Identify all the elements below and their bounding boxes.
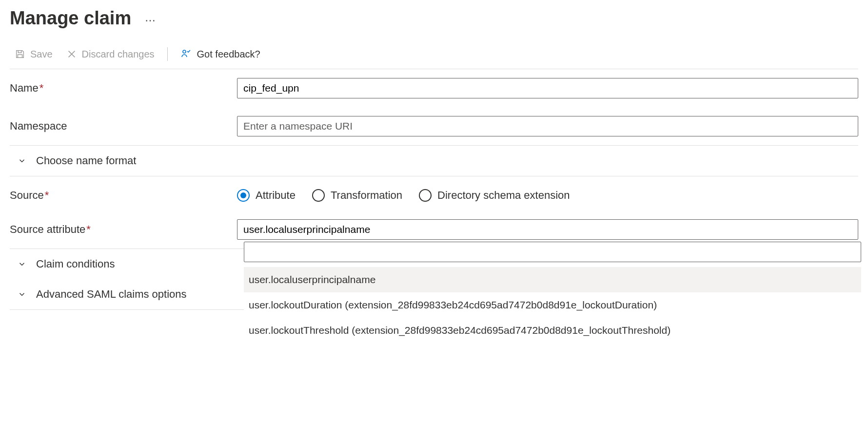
more-options-button[interactable]: ⋯ <box>145 11 157 26</box>
source-radio-transformation[interactable]: Transformation <box>312 189 402 202</box>
name-label: Name <box>10 82 39 95</box>
radio-unselected-icon <box>419 189 432 202</box>
namespace-input[interactable] <box>237 116 858 136</box>
required-indicator: * <box>39 82 44 95</box>
toolbar-separator <box>167 47 168 61</box>
discard-label: Discard changes <box>82 49 155 60</box>
namespace-label: Namespace <box>10 120 67 133</box>
page-title: Manage claim <box>10 8 131 29</box>
radio-unselected-icon <box>312 189 325 202</box>
save-label: Save <box>30 49 53 60</box>
source-attribute-dropdown[interactable]: user.localuserprincipalname <box>237 219 858 240</box>
choose-name-format-toggle[interactable]: Choose name format <box>10 154 858 167</box>
dropdown-panel: user.localuserprincipalname user.lockout… <box>244 242 861 343</box>
radio-label-attribute: Attribute <box>256 189 296 202</box>
feedback-label: Got feedback? <box>197 49 260 60</box>
feedback-button[interactable]: Got feedback? <box>176 46 265 62</box>
chevron-down-icon <box>18 260 26 268</box>
chevron-down-icon <box>18 156 26 165</box>
radio-label-extension: Directory schema extension <box>437 189 570 202</box>
source-radio-extension[interactable]: Directory schema extension <box>419 189 570 202</box>
discard-button[interactable]: Discard changes <box>61 47 159 62</box>
dropdown-item[interactable]: user.localuserprincipalname <box>244 267 861 292</box>
dropdown-search-input[interactable] <box>244 242 861 262</box>
save-button[interactable]: Save <box>10 47 58 62</box>
dropdown-item[interactable]: user.lockoutThreshold (extension_28fd998… <box>244 318 861 343</box>
close-icon <box>66 49 77 59</box>
source-label: Source <box>10 189 44 202</box>
chevron-down-icon <box>18 290 26 299</box>
choose-name-format-label: Choose name format <box>36 154 136 167</box>
source-attribute-label: Source attribute <box>10 223 85 236</box>
name-input[interactable] <box>237 78 858 98</box>
source-radio-group: Attribute Transformation Directory schem… <box>237 189 858 202</box>
source-radio-attribute[interactable]: Attribute <box>237 189 296 202</box>
save-icon <box>15 49 25 59</box>
advanced-saml-label: Advanced SAML claims options <box>36 288 187 301</box>
dropdown-item[interactable]: user.lockoutDuration (extension_28fd9983… <box>244 292 861 318</box>
toolbar: Save Discard changes Got feedback? <box>10 40 858 69</box>
claim-conditions-label: Claim conditions <box>36 258 115 270</box>
radio-selected-icon <box>237 189 250 202</box>
svg-point-0 <box>183 50 186 53</box>
required-indicator: * <box>86 223 91 236</box>
required-indicator: * <box>45 189 49 202</box>
radio-label-transformation: Transformation <box>331 189 402 202</box>
feedback-icon <box>180 48 192 60</box>
